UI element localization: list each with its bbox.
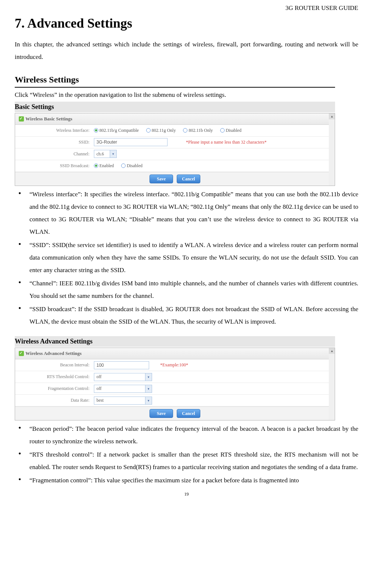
panel-titlebar: Wireless Basic Settings: [15, 113, 335, 125]
ssid-label: SSID:: [15, 139, 94, 145]
advanced-settings-bullets: “Beacon period”: The beacon period value…: [15, 423, 358, 487]
rts-value: off: [96, 374, 102, 380]
radio-icon: [183, 128, 187, 133]
vertical-scrollbar[interactable]: ▴: [329, 348, 335, 420]
beacon-interval-label: Beacon Interval:: [15, 362, 94, 368]
channel-value: ch.6: [96, 151, 104, 157]
radio-broadcast-disabled[interactable]: Disabled: [121, 163, 142, 169]
rts-threshold-select[interactable]: off ▾: [94, 373, 152, 381]
frag-value: off: [96, 385, 102, 392]
wireless-interface-label: Wireless Interface:: [15, 127, 94, 134]
chevron-down-icon: ▾: [145, 373, 152, 381]
radio-icon: [220, 128, 225, 133]
chevron-down-icon: ▾: [110, 150, 116, 158]
check-icon: [19, 116, 24, 122]
list-item: “RTS threshold control”: If a network pa…: [15, 448, 358, 473]
cancel-button[interactable]: Cancel: [177, 175, 200, 183]
button-bar: Save Cancel: [15, 172, 335, 186]
rate-value: best: [96, 397, 103, 404]
section-intro: Click “Wireless” in the operation naviga…: [15, 91, 358, 99]
basic-settings-bullets: “Wireless interface”: It specifies the w…: [15, 188, 358, 328]
scroll-up-icon[interactable]: ▴: [329, 348, 335, 354]
chevron-down-icon: ▾: [145, 385, 152, 392]
chevron-down-icon: ▾: [145, 397, 152, 404]
fragmentation-label: Fragmentation Control:: [15, 385, 94, 392]
vertical-scrollbar[interactable]: ▴: [329, 113, 335, 186]
radio-icon: [94, 128, 98, 133]
radio-icon: [121, 163, 126, 168]
list-item: “Channel”: IEEE 802.11b/g divides ISM ba…: [15, 277, 358, 302]
ssid-broadcast-label: SSID Broadcast:: [15, 163, 94, 169]
check-icon: [19, 351, 24, 356]
list-item: “Wireless interface”: It specifies the w…: [15, 188, 358, 238]
cancel-button[interactable]: Cancel: [177, 409, 200, 418]
list-item: “SSID broadcast”: If the SSID broadcast …: [15, 303, 358, 328]
wireless-advanced-panel: ▴ Wireless Advanced Settings Beacon Inte…: [15, 348, 335, 420]
page-number: 19: [15, 491, 358, 497]
panel-title: Wireless Basic Settings: [25, 116, 72, 122]
rts-threshold-label: RTS Threshold Control:: [15, 374, 94, 380]
save-button[interactable]: Save: [149, 175, 173, 183]
channel-select[interactable]: ch.6 ▾: [94, 150, 117, 158]
radio-80211b-only[interactable]: 802.11b Only: [183, 127, 213, 134]
channel-label: Channel:: [15, 151, 94, 157]
fragmentation-select[interactable]: off ▾: [94, 385, 152, 393]
subsection-advanced-settings: Wireless Advanced Settings: [15, 336, 335, 347]
list-item: “Beacon period”: The beacon period value…: [15, 423, 358, 448]
beacon-interval-input[interactable]: [94, 361, 149, 369]
section-wireless-settings: Wireless Settings: [15, 74, 335, 88]
data-rate-select[interactable]: best ▾: [94, 397, 152, 405]
list-item: “SSID”: SSID(the service set identifier)…: [15, 239, 358, 277]
button-bar: Save Cancel: [15, 406, 335, 420]
wireless-basic-panel: ▴ Wireless Basic Settings Wireless Inter…: [15, 113, 335, 186]
radio-icon: [94, 163, 98, 168]
radio-80211bg-compatible[interactable]: 802.11b/g Compatible: [94, 127, 139, 134]
panel-title: Wireless Advanced Settings: [25, 350, 82, 357]
beacon-hint: *Example:100*: [160, 362, 188, 368]
radio-disabled[interactable]: Disabled: [220, 127, 242, 134]
chapter-title: 7. Advanced Settings: [15, 14, 358, 32]
ssid-input[interactable]: [94, 138, 168, 146]
save-button[interactable]: Save: [149, 409, 173, 418]
chapter-intro: In this chapter, the advanced settings w…: [15, 38, 358, 63]
data-rate-label: Data Rate:: [15, 397, 94, 404]
list-item: “Fragmentation control”: This value spec…: [15, 474, 358, 487]
ssid-hint: *Please input a name less than 32 charac…: [186, 139, 267, 145]
radio-broadcast-enabled[interactable]: Enabled: [94, 163, 114, 169]
doc-header: 3G ROUTER USER GUIDE: [15, 4, 358, 13]
subsection-basic-settings: Basic Settings: [15, 102, 335, 112]
panel-titlebar: Wireless Advanced Settings: [15, 348, 335, 359]
scroll-up-icon[interactable]: ▴: [329, 113, 335, 119]
radio-icon: [146, 128, 151, 133]
radio-80211g-only[interactable]: 802.11g Only: [146, 127, 176, 134]
